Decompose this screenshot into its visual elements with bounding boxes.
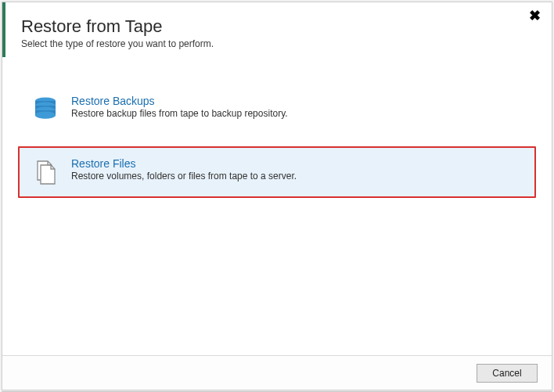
- restore-from-tape-dialog: ✖ Restore from Tape Select the type of r…: [2, 2, 552, 390]
- option-title: Restore Files: [71, 157, 297, 170]
- option-restore-backups[interactable]: Restore Backups Restore backup files fro…: [18, 84, 536, 135]
- option-text: Restore Backups Restore backup files fro…: [71, 95, 288, 119]
- dialog-title: Restore from Tape: [21, 16, 533, 37]
- restore-options-list: Restore Backups Restore backup files fro…: [2, 62, 552, 198]
- option-description: Restore volumes, folders or files from t…: [71, 171, 297, 182]
- dialog-header: Restore from Tape Select the type of res…: [2, 2, 552, 62]
- close-button[interactable]: ✖: [526, 7, 544, 24]
- option-title: Restore Backups: [71, 95, 288, 107]
- left-accent-bar: [2, 2, 5, 57]
- dialog-subtitle: Select the type of restore you want to p…: [21, 38, 533, 49]
- option-description: Restore backup files from tape to backup…: [71, 108, 288, 119]
- files-icon: [31, 157, 60, 187]
- dialog-footer: Cancel: [2, 355, 552, 390]
- database-icon: [31, 95, 60, 124]
- svg-point-3: [35, 112, 56, 119]
- option-text: Restore Files Restore volumes, folders o…: [71, 157, 297, 182]
- cancel-button[interactable]: Cancel: [477, 364, 538, 383]
- option-restore-files[interactable]: Restore Files Restore volumes, folders o…: [18, 146, 536, 198]
